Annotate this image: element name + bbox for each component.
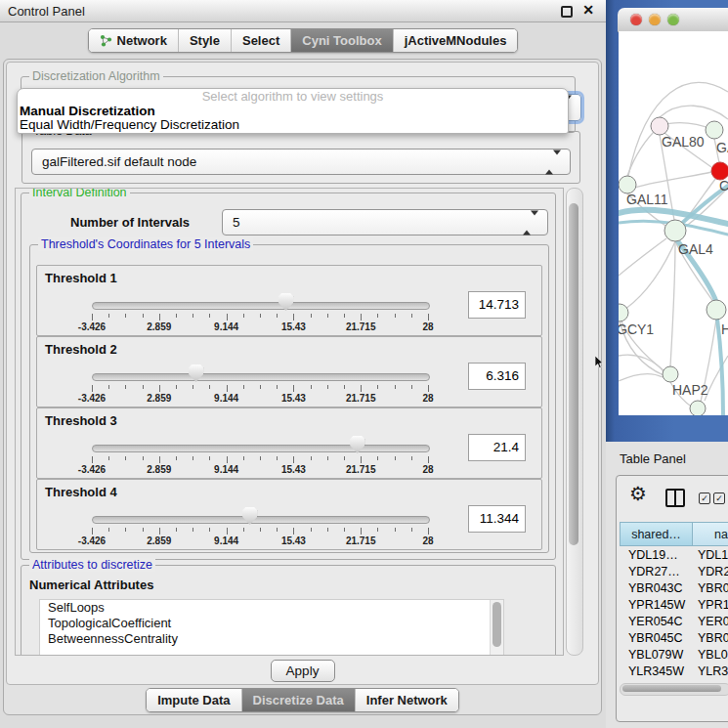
number-of-intervals-combobox[interactable]: 5: [222, 209, 548, 236]
cyni-toolbox-content: Discretization Algorithm Select algorith…: [6, 62, 599, 685]
split-columns-icon[interactable]: [665, 489, 685, 507]
float-window-icon[interactable]: [561, 6, 573, 18]
slider-tick-label: -3.426: [78, 535, 106, 546]
table-row[interactable]: YLR345WYLR3: [620, 664, 728, 680]
combo-arrows-icon: [545, 154, 561, 169]
tab-discretize-data[interactable]: Discretize Data: [241, 689, 355, 711]
gear-icon[interactable]: ⚙: [629, 482, 647, 505]
slider-tick: [327, 528, 328, 532]
slider-tick: [411, 314, 412, 318]
node-right[interactable]: [707, 300, 726, 320]
dropdown-option-equal-width-frequency-discretization[interactable]: Equal Width/Frequency Discretization: [18, 118, 568, 132]
slider-tick-label: -3.426: [78, 464, 106, 475]
threshold-value-field[interactable]: 14.713: [468, 291, 526, 319]
table-horizontal-scrollbar[interactable]: [620, 683, 728, 696]
table-header-row: shared… name: [620, 522, 728, 546]
table-hscrollbar-thumb[interactable]: [622, 685, 721, 692]
tab-cyni-toolbox[interactable]: Cyni Toolbox: [290, 29, 392, 52]
slider-tick-label: 21.715: [346, 535, 376, 546]
tab-network[interactable]: Network: [89, 29, 178, 52]
slider-tick: [293, 528, 294, 535]
slider-track[interactable]: [92, 445, 430, 452]
dropdown-option-manual-discretization[interactable]: Manual Discretization: [18, 105, 568, 118]
attributes-list-scrollbar[interactable]: [490, 600, 503, 656]
node-top-right[interactable]: [706, 121, 723, 139]
table-data-combobox[interactable]: galFiltered.sif default node: [31, 149, 571, 175]
minimize-traffic-light-icon[interactable]: [649, 14, 661, 25]
slider-tick: [209, 314, 210, 318]
slider-tick: [227, 385, 228, 392]
column-header-shared-name[interactable]: shared…: [620, 522, 693, 546]
number-of-intervals-label: Number of Intervals: [70, 215, 190, 230]
slider-tick-label: 21.715: [346, 393, 376, 404]
attributes-scrollbar-thumb[interactable]: [492, 602, 501, 647]
zoom-traffic-light-icon[interactable]: [667, 14, 679, 25]
settings-scrollbar-thumb[interactable]: [569, 203, 578, 545]
table-row[interactable]: YDR27…YDR2: [620, 564, 728, 580]
table-row[interactable]: YBR045CYBR0: [620, 630, 728, 647]
column-header-name[interactable]: name: [693, 522, 728, 546]
number-of-intervals-value: 5: [233, 210, 240, 235]
table-row[interactable]: YBL079WYBL0: [620, 647, 728, 664]
slider-tick: [311, 385, 312, 389]
threshold-row-3: Threshold 3-3.4262.8599.14415.4321.71528…: [36, 407, 542, 479]
checkbox-icon[interactable]: ✓: [699, 492, 710, 504]
threshold-value-field[interactable]: 21.4: [468, 434, 526, 461]
interval-definition-groupbox: Interval Definition Number of Intervals …: [21, 193, 556, 560]
tab-impute-data[interactable]: Impute Data: [147, 689, 240, 711]
slider-tick: [92, 528, 93, 535]
attribute-item[interactable]: BetweennessCentrality: [40, 631, 503, 647]
hap2-node[interactable]: [663, 366, 678, 382]
slider-tick-label: 28: [422, 393, 433, 404]
slider-track[interactable]: [92, 373, 430, 381]
numerical-attributes-list[interactable]: SelfLoopsTopologicalCoefficientBetweenne…: [39, 599, 504, 656]
cell-name: YDL1: [697, 547, 728, 564]
slider-tick: [277, 314, 278, 318]
tab-label: Style: [190, 29, 220, 52]
attribute-item[interactable]: SelfLoops: [40, 600, 503, 616]
slider-tick: [143, 314, 144, 318]
table-row[interactable]: YER054CYER0: [620, 614, 728, 630]
threshold-value-field[interactable]: 11.344: [468, 505, 526, 533]
tab-label: Discretize Data: [253, 689, 344, 711]
node-label-h: H: [721, 321, 728, 337]
table-data-combobox-value: galFiltered.sif default node: [42, 150, 196, 174]
gal80-node[interactable]: [651, 117, 668, 135]
cell-shared-name: YBL079W: [620, 647, 697, 664]
table-row[interactable]: YDL19…YDL1: [620, 547, 728, 564]
gcy1-node[interactable]: [619, 304, 628, 321]
table-row[interactable]: YPR145WYPR1: [620, 597, 728, 614]
slider-tick: [361, 385, 362, 392]
tab-jactivemnodules[interactable]: jActiveMNodules: [393, 29, 518, 52]
slider-track[interactable]: [92, 302, 430, 310]
slider-tick: [395, 385, 396, 389]
slider-tick: [277, 528, 278, 532]
slider-tick: [243, 385, 244, 389]
slider-tick: [311, 456, 312, 460]
table-row[interactable]: YBR043CYBR0: [620, 580, 728, 597]
control-panel-body: Discretization Algorithm Select algorith…: [3, 59, 602, 715]
slider-tick-label: 28: [422, 321, 433, 332]
threshold-value-field[interactable]: 6.316: [468, 363, 526, 390]
network-canvas[interactable]: GAL80GACGAL11GAL4HGCY1HAP2: [619, 31, 728, 415]
slider-tick: [395, 456, 396, 460]
attribute-item[interactable]: TopologicalCoefficient: [40, 616, 503, 631]
settings-scrollbar[interactable]: [566, 188, 583, 656]
slider-tick: [411, 528, 412, 532]
tab-style[interactable]: Style: [178, 29, 231, 52]
slider-tick-label: 21.715: [346, 321, 376, 332]
slider-track[interactable]: [92, 516, 430, 524]
slider-tick: [143, 456, 144, 460]
gal4-node[interactable]: [664, 220, 686, 241]
node-bottom[interactable]: [690, 401, 706, 415]
tab-select[interactable]: Select: [231, 29, 290, 52]
slider-tick: [260, 314, 261, 318]
close-panel-icon[interactable]: ✕: [582, 2, 594, 18]
close-traffic-light-icon[interactable]: [630, 14, 642, 25]
slider-tick: [125, 314, 126, 318]
checkbox-icon[interactable]: ✓: [713, 492, 725, 504]
tab-infer-network[interactable]: Infer Network: [355, 689, 458, 711]
table-frame: ⚙ ✓ ✓ shared… name YDL19…YDL1YDR27…YDR2Y…: [616, 475, 728, 722]
apply-button[interactable]: Apply: [271, 660, 335, 682]
slider-tick: [361, 314, 362, 321]
